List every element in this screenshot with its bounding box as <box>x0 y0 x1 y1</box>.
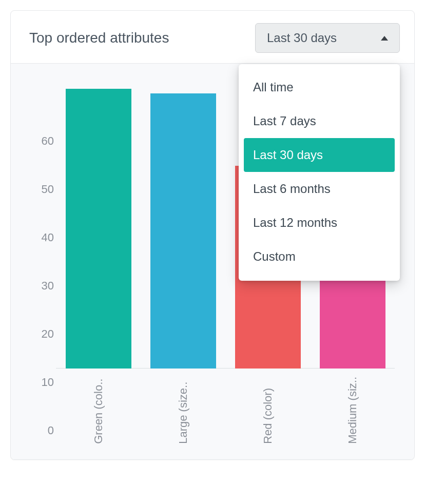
timerange-option-label: Last 12 months <box>253 216 337 230</box>
y-tick-label: 20 <box>30 327 54 341</box>
bar <box>66 89 131 369</box>
x-tick-label: Green (colo.. <box>92 377 105 444</box>
x-tick: Red (color) <box>225 377 310 444</box>
x-tick-label: Large (size.. <box>177 377 190 444</box>
timerange-option[interactable]: Last 12 months <box>244 206 395 240</box>
timerange-option-label: Last 30 days <box>253 148 323 162</box>
x-axis: Green (colo..Large (size..Red (color)Med… <box>56 369 395 444</box>
y-tick-label: 60 <box>30 134 54 148</box>
timerange-dropdown-toggle[interactable]: Last 30 days <box>255 23 400 53</box>
attributes-card: Top ordered attributes Last 30 days All … <box>10 10 415 460</box>
y-tick-label: 50 <box>30 183 54 196</box>
x-tick: Medium (siz.. <box>310 377 395 444</box>
timerange-option-label: Last 6 months <box>253 182 331 196</box>
timerange-option[interactable]: Last 30 days <box>244 138 395 172</box>
card-header: Top ordered attributes Last 30 days <box>11 11 414 64</box>
bar <box>150 93 216 369</box>
y-axis: 0102030405060 <box>30 79 56 444</box>
timerange-option[interactable]: All time <box>244 70 395 104</box>
timerange-option-label: Last 7 days <box>253 114 316 128</box>
x-tick: Green (colo.. <box>56 377 141 444</box>
x-tick: Large (size.. <box>141 377 225 444</box>
timerange-option-label: All time <box>253 80 294 94</box>
timerange-selected-label: Last 30 days <box>267 31 337 45</box>
timerange-option-label: Custom <box>253 249 296 264</box>
timerange-dropdown-menu: All timeLast 7 daysLast 30 daysLast 6 mo… <box>239 64 400 281</box>
x-tick-label: Medium (siz.. <box>346 377 359 444</box>
x-tick-label: Red (color) <box>261 377 275 444</box>
y-tick-label: 40 <box>30 231 54 244</box>
timerange-option[interactable]: Last 6 months <box>244 172 395 206</box>
bar-slot <box>56 79 141 369</box>
caret-up-icon <box>381 36 388 41</box>
timerange-option[interactable]: Custom <box>244 240 395 274</box>
y-tick-label: 10 <box>30 376 54 389</box>
timerange-option[interactable]: Last 7 days <box>244 104 395 138</box>
y-tick-label: 30 <box>30 279 54 293</box>
bar-slot <box>141 79 225 369</box>
y-tick-label: 0 <box>30 424 54 437</box>
card-title: Top ordered attributes <box>29 30 169 46</box>
